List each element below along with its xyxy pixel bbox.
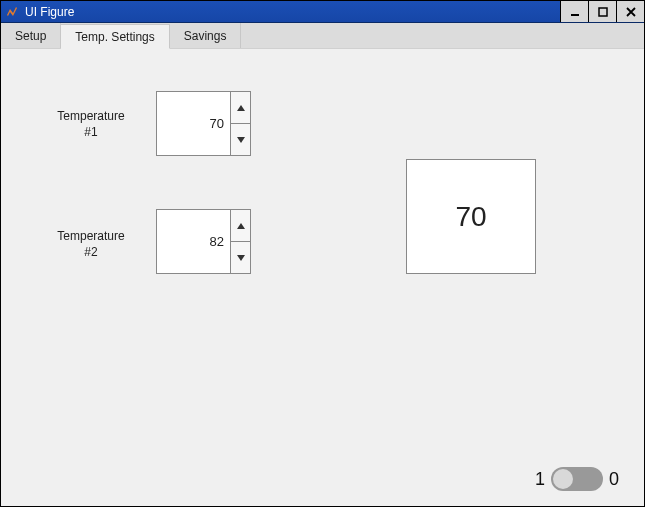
app-window: UI Figure Setup Temp. Settings Savings T… [0,0,645,507]
temp1-up-button[interactable] [231,92,250,124]
toggle-wrap: 1 0 [535,467,619,491]
temp1-arrows [230,92,250,155]
toggle-label-on: 1 [535,469,545,490]
temp2-up-button[interactable] [231,210,250,242]
tab-setup[interactable]: Setup [1,23,61,48]
svg-rect-0 [571,14,579,16]
toggle-switch[interactable] [551,467,603,491]
temp2-arrows [230,210,250,273]
temp1-value[interactable]: 70 [157,92,230,155]
tab-bar: Setup Temp. Settings Savings [1,23,644,49]
temp1-spinner[interactable]: 70 [156,91,251,156]
tab-savings[interactable]: Savings [170,23,242,48]
temp1-down-button[interactable] [231,124,250,155]
close-button[interactable] [616,1,644,22]
maximize-button[interactable] [588,1,616,22]
title-bar: UI Figure [1,1,644,23]
content-pane: Temperature #1 70 Temperature #2 82 [1,49,644,506]
temp2-down-button[interactable] [231,242,250,273]
temp2-value[interactable]: 82 [157,210,230,273]
window-title: UI Figure [25,5,560,19]
minimize-button[interactable] [560,1,588,22]
display-panel: 70 [406,159,536,274]
tab-temp-settings[interactable]: Temp. Settings [61,24,169,49]
toggle-label-off: 0 [609,469,619,490]
temp2-label: Temperature #2 [51,229,131,260]
temp1-label: Temperature #1 [51,109,131,140]
app-icon [5,5,19,19]
toggle-knob [553,469,573,489]
svg-rect-1 [599,8,607,16]
temp2-spinner[interactable]: 82 [156,209,251,274]
window-controls [560,1,644,22]
